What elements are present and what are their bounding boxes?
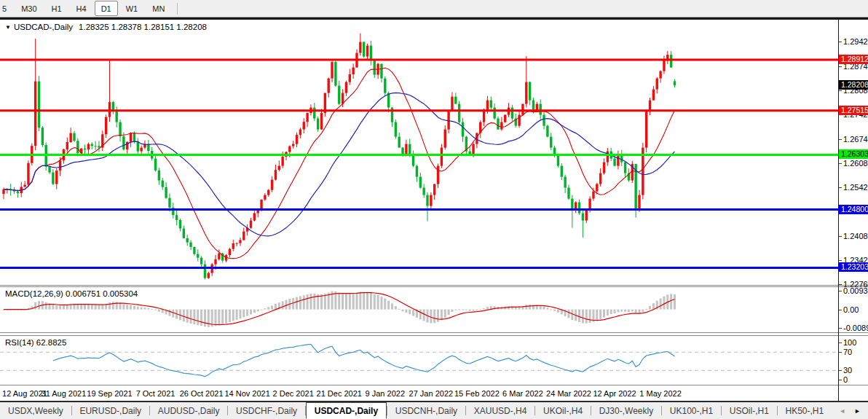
macd-tick-mark: [839, 328, 842, 329]
macd-axis-label: 0.00: [843, 305, 859, 314]
date-label: 9 Jan 2022: [366, 389, 405, 398]
price-tick-label: 1.26080: [843, 159, 868, 168]
date-label: 31 Aug 2021: [42, 389, 87, 398]
tab-eurusd-daily[interactable]: EURUSD-,Daily: [71, 402, 149, 419]
macd-indicator-label: MACD(12,26,9) 0.006751 0.005304: [5, 289, 138, 298]
macd-tick-mark: [839, 291, 842, 291]
price-badge-1-23203: 1.23203: [839, 262, 868, 272]
price-tick-mark: [839, 66, 842, 67]
price-tick-label: 1.25420: [843, 183, 868, 192]
price-badge-1-28208: 1.28208: [839, 80, 868, 90]
chart-symbol-period: USDCAD-,Daily: [14, 23, 73, 31]
price-tick-mark: [839, 236, 842, 237]
tab-uk100-h1[interactable]: UK100-,H1: [662, 402, 721, 419]
chart-title: ▼USDCAD-,Daily1.28325 1.28378 1.28151 1.…: [5, 23, 207, 31]
rsi-tick-mark: [839, 380, 842, 380]
price-tick-mark: [839, 42, 842, 42]
horizontal-level-lines: [0, 60, 838, 267]
rsi-tick-mark: [839, 342, 842, 343]
price-tick-mark: [839, 163, 842, 164]
price-badge-1-26303: 1.26303: [839, 149, 868, 159]
main-chart-canvas[interactable]: [0, 20, 838, 285]
rsi-line: [53, 344, 675, 376]
rsi-axis-label: 0: [843, 375, 848, 384]
toolbar-separator: [177, 3, 178, 15]
timeframe-button-w1[interactable]: W1: [119, 1, 145, 16]
chart-tab-bar: USDX,WeeklyEURUSD-,DailyAUDUSD-,DailyUSD…: [0, 402, 868, 419]
macd-axis-label: 0.009345: [843, 286, 868, 295]
tab-ukoil-h4[interactable]: UKOil-,H4: [535, 402, 591, 419]
price-tick-mark: [839, 139, 842, 140]
date-label: 1 May 2022: [639, 389, 681, 398]
tab-scroll-left-icon[interactable]: ◄: [839, 407, 845, 415]
macd-axis-label: -0.008902: [843, 324, 868, 332]
date-label: 15 Feb 2022: [454, 389, 500, 398]
rsi-tick-mark: [839, 370, 842, 371]
tab-audusd-daily[interactable]: AUDUSD-,Daily: [150, 402, 228, 419]
date-label: 26 Oct 2021: [180, 389, 224, 398]
rsi-axis-label: 30: [843, 366, 852, 375]
price-badge-1-27515: 1.27515: [839, 106, 868, 115]
date-label: 12 Apr 2022: [593, 389, 636, 398]
date-label: 27 Jan 2022: [409, 389, 454, 398]
pane-divider: [0, 385, 868, 385]
timeframe-button-m30[interactable]: M30: [15, 1, 43, 16]
price-tick-label: 1.29420: [843, 37, 868, 46]
timeframe-button-5[interactable]: 5: [0, 1, 13, 16]
timeframe-button-mn[interactable]: MN: [146, 1, 171, 16]
tab-xauusd-h4[interactable]: XAUUSD-,H4: [466, 402, 535, 419]
date-label: 2 Dec 2021: [273, 389, 314, 398]
tab-scroll-arrows: ◄►: [832, 402, 868, 419]
tab-usoil-h1[interactable]: USOil-,H1: [722, 402, 777, 419]
rsi-indicator-label: RSI(14) 62.8825: [5, 338, 66, 347]
date-label: 19 Sep 2021: [87, 389, 132, 398]
tab-usdx-weekly[interactable]: USDX,Weekly: [0, 402, 71, 419]
rsi-tick-mark: [839, 352, 842, 353]
price-tick-label: 1.24080: [843, 232, 868, 240]
chart-dropdown-icon[interactable]: ▼: [5, 24, 11, 31]
rsi-levels: [0, 352, 838, 370]
chart-ohlc-values: 1.28325 1.28378 1.28151 1.28208: [79, 23, 207, 31]
rsi-axis-label: 100: [843, 338, 856, 347]
price-tick-mark: [839, 284, 842, 285]
timeframe-button-h4[interactable]: H4: [70, 1, 93, 16]
rsi-canvas[interactable]: [0, 336, 838, 385]
rsi-axis-label: 70: [843, 348, 852, 356]
ma-slow-line: [4, 93, 675, 235]
price-tick-mark: [839, 187, 842, 188]
tab-usdcad-daily[interactable]: USDCAD-,Daily: [306, 402, 387, 419]
tab-dj30-weekly[interactable]: DJ30-,Weekly: [591, 402, 661, 419]
date-label: 24 Mar 2022: [546, 389, 591, 398]
date-label: 21 Dec 2021: [317, 389, 362, 398]
timeframe-button-d1[interactable]: D1: [95, 1, 118, 16]
macd-tick-mark: [839, 310, 842, 310]
date-label: 14 Nov 2021: [224, 389, 269, 398]
date-label: 6 Mar 2022: [502, 389, 543, 398]
price-tick-mark: [839, 260, 842, 261]
pane-divider[interactable]: [0, 285, 868, 286]
timeframe-toolbar: 5M30H1H4D1W1MN: [0, 0, 868, 17]
tab-usdcnh-daily[interactable]: USDCNH-,Daily: [387, 402, 465, 419]
price-badge-1-28912: 1.28912: [839, 55, 868, 64]
price-badge-1-24800: 1.24800: [839, 205, 868, 214]
date-label: 7 Oct 2021: [136, 389, 175, 398]
price-tick-mark: [839, 90, 842, 91]
tab-scroll-right-icon[interactable]: ►: [854, 407, 861, 415]
tab-hk50-h1[interactable]: HK50-,H1: [777, 402, 832, 419]
tab-usdchf-daily[interactable]: USDCHF-,Daily: [228, 402, 305, 419]
trading-terminal-window: 5M30H1H4D1W1MN ▼USDCAD-,Daily1.28325 1.2…: [0, 0, 868, 419]
pane-divider[interactable]: [0, 332, 868, 333]
timeframe-button-h1[interactable]: H1: [45, 1, 68, 16]
price-tick-label: 1.26740: [843, 135, 868, 144]
